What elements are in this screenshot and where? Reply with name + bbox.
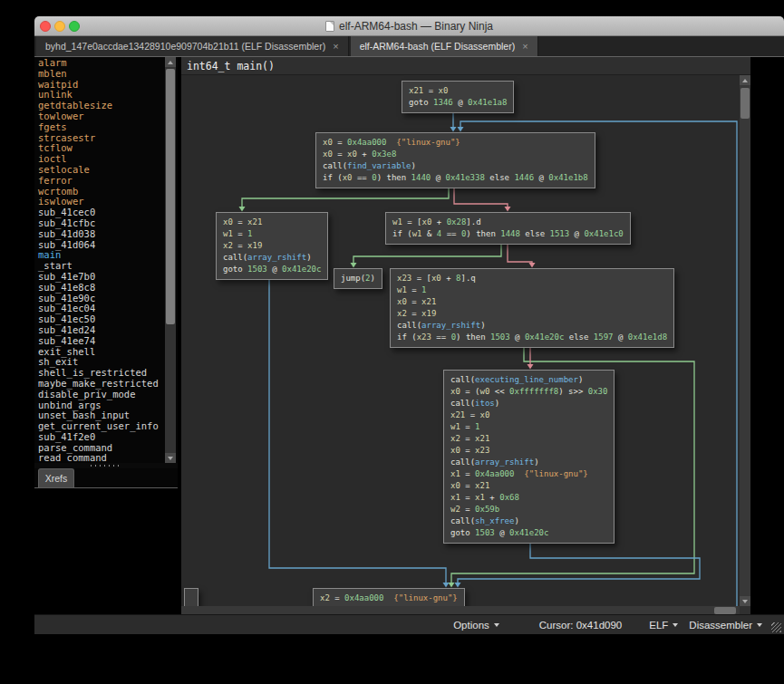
function-signature: int64_t main(): [187, 60, 275, 72]
disassembly-view: int64_t main() x21 = x0goto 1346 @ 0x41e…: [181, 57, 750, 615]
tab-close-icon[interactable]: ×: [522, 42, 528, 52]
instruction-line: if (w1 & 4 == 0) then 1448 else 1513 @ 0…: [392, 228, 624, 240]
chevron-down-icon: [494, 623, 499, 630]
sidebar-scrollbar-thumb[interactable]: [166, 69, 175, 324]
function-signature-header: int64_t main(): [181, 57, 750, 75]
function-list-item[interactable]: read_command: [38, 453, 165, 463]
instruction-line: goto 1503 @ 0x41e20c: [450, 527, 607, 539]
basic-block-node[interactable]: x0 = 0x4aa000 {"linux-gnu"}x0 = x0 + 0x3…: [315, 132, 595, 188]
chevron-down-icon: [757, 623, 762, 630]
chevron-down-icon: [673, 623, 678, 630]
instruction-line: call(array_rshift): [223, 252, 321, 264]
function-list-item[interactable]: sub_41ee74: [38, 336, 165, 347]
instruction-line: x2 = x21: [450, 433, 607, 445]
instruction-line: call(find_variable): [323, 160, 588, 172]
instruction-line: x0 = (w0 << 0xfffffff8) s>> 0x30: [450, 386, 607, 398]
tab-xrefs[interactable]: Xrefs: [38, 468, 74, 487]
tab-close-icon[interactable]: ×: [333, 42, 338, 52]
minimize-window-button[interactable]: [54, 21, 65, 32]
instruction-line: w1 = [x0 + 0x28].d: [392, 217, 624, 228]
function-list-item[interactable]: disable_priv_mode: [38, 390, 165, 400]
zoom-window-button[interactable]: [69, 21, 80, 32]
content-area: alarmmblenwaitpidunlinkgetdtablesizetowl…: [34, 56, 784, 614]
sidebar-scrollbar[interactable]: [165, 57, 176, 463]
basic-block-node[interactable]: x2 = 0x4aa000 {"linux-gnu"}goto: [313, 588, 465, 606]
status-bar: Options Cursor: 0x41d090 ELF Disassemble…: [34, 614, 784, 634]
function-list-item[interactable]: sub_41d038: [38, 229, 165, 240]
function-list-item[interactable]: fgets: [38, 122, 165, 133]
xrefs-tab-label: Xrefs: [45, 473, 68, 484]
options-menu-button[interactable]: Options: [453, 620, 499, 631]
titlebar: elf-ARM64-bash — Binary Ninja: [34, 16, 784, 36]
view-type-menu-button[interactable]: Disassembler: [689, 620, 762, 631]
document-tab[interactable]: byhd_147e0accdae13428910e909704b21b11 (E…: [36, 36, 349, 56]
arrow-up-icon: [742, 76, 748, 82]
basic-block-node[interactable]: call(executing_line_number)x0 = (w0 << 0…: [443, 370, 615, 544]
instruction-line: x0 = x21: [450, 480, 607, 492]
function-list-item[interactable]: sub_41f2e0: [38, 432, 165, 443]
instruction-line: call(sh_xfree): [450, 515, 607, 527]
instruction-line: w1 = 1: [223, 228, 321, 240]
graph-scroll-up-button[interactable]: [740, 75, 750, 85]
cursor-address-text: Cursor: 0x41d090: [539, 620, 622, 631]
file-format-menu-button[interactable]: ELF: [649, 620, 678, 631]
cursor-address-indicator: Cursor: 0x41d090: [539, 620, 622, 631]
instruction-line: x2 = 0x4aa000 {"linux-gnu"}: [320, 592, 458, 604]
function-list-item[interactable]: sub_41e8c8: [38, 283, 165, 294]
basic-block-node[interactable]: x21 = x0goto 1346 @ 0x41e1a8: [402, 81, 514, 113]
instruction-line: x1 = 0x4aa000 {"linux-gnu"}: [450, 468, 607, 480]
function-list-item[interactable]: setlocale: [38, 165, 165, 176]
instruction-line: if (x23 == 0) then 1503 @ 0x41e20c else …: [397, 332, 667, 343]
basic-block-node[interactable]: x0 = x21w1 = 1x2 = x19call(array_rshift)…: [216, 212, 328, 280]
instruction-line: x21 = x0: [450, 409, 607, 421]
instruction-line: call(executing_line_number): [450, 374, 607, 386]
close-window-button[interactable]: [40, 21, 51, 32]
file-format-label: ELF: [649, 620, 668, 631]
tab-bar: byhd_147e0accdae13428910e909704b21b11 (E…: [34, 36, 784, 56]
graph-vscroll-thumb[interactable]: [740, 88, 750, 119]
splitter-dots-icon: [91, 465, 121, 467]
right-empty-panel: [750, 57, 784, 615]
function-list-item[interactable]: mblen: [38, 69, 165, 80]
instruction-line: x0 = 0x4aa000 {"linux-gnu"}: [323, 137, 588, 149]
graph-vertical-scrollbar[interactable]: [740, 75, 750, 606]
instruction-line: if (x0 == 0) then 1440 @ 0x41e338 else 1…: [323, 172, 588, 184]
resize-grip-icon[interactable]: [771, 622, 781, 632]
basic-block-node[interactable]: jump(2): [334, 268, 382, 289]
function-list-item[interactable]: maybe_make_restricted: [38, 379, 165, 390]
function-list[interactable]: alarmmblenwaitpidunlinkgetdtablesizetowl…: [34, 57, 165, 463]
basic-block-node[interactable]: [184, 588, 198, 606]
instruction-line: call(array_rshift): [397, 320, 667, 332]
tab-label: byhd_147e0accdae13428910e909704b21b11 (E…: [45, 41, 325, 52]
function-list-item[interactable]: ferror: [38, 176, 165, 187]
instruction-line: call(array_rshift): [450, 457, 607, 468]
basic-block-node[interactable]: w1 = [x0 + 0x28].dif (w1 & 4 == 0) then …: [385, 212, 631, 245]
graph-scroll-down-button[interactable]: [740, 596, 750, 606]
instruction-line: x0 = x23: [450, 445, 607, 457]
instruction-line: goto 1503 @ 0x41e20c: [223, 264, 321, 275]
view-type-label: Disassembler: [689, 620, 752, 631]
basic-block-node[interactable]: x23 = [x0 + 8].qw1 = 1x0 = x21x2 = x19ca…: [390, 268, 674, 348]
options-label: Options: [453, 620, 489, 631]
instruction-line: goto 1346 @ 0x41e1a8: [409, 97, 507, 109]
document-tab[interactable]: elf-ARM64-bash (ELF Disassembler)×: [351, 36, 538, 56]
instruction-line: x21 = x0: [409, 85, 507, 97]
instruction-line: x2 = x19: [223, 240, 321, 252]
function-list-item[interactable]: sub_41ed24: [38, 325, 165, 336]
arrow-up-icon: [168, 58, 173, 64]
instruction-line: jump(2): [341, 273, 375, 284]
function-list-item[interactable]: sub_41cfbc: [38, 218, 165, 229]
scroll-up-button[interactable]: [165, 57, 176, 67]
instruction-line: x2 = x19: [397, 308, 667, 320]
arrow-down-icon: [168, 457, 173, 463]
instruction-line: w1 = 1: [397, 284, 667, 296]
instruction-line: x1 = x1 + 0x68: [450, 492, 607, 504]
control-flow-graph[interactable]: x21 = x0goto 1346 @ 0x41e1a8x0 = 0x4aa00…: [181, 75, 740, 606]
graph-hscroll-thumb[interactable]: [714, 607, 736, 614]
instruction-line: x0 = x0 + 0x3e8: [323, 149, 588, 160]
function-list-item[interactable]: towlower: [38, 111, 165, 122]
function-list-item[interactable]: sub_41e7b0: [38, 272, 165, 283]
instruction-line: x23 = [x0 + 8].q: [397, 273, 667, 284]
app-window: elf-ARM64-bash — Binary Ninja byhd_147e0…: [34, 16, 784, 634]
scroll-down-button[interactable]: [165, 453, 176, 463]
